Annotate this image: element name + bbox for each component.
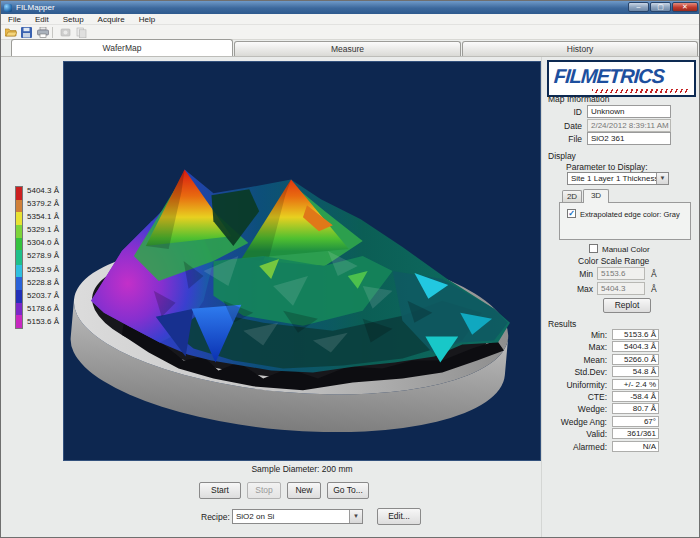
colorbar-swatch: [15, 186, 23, 329]
result-label: Min:: [539, 330, 607, 340]
new-button[interactable]: New: [287, 482, 321, 499]
manual-color-label: Manual Color: [602, 245, 650, 254]
open-icon[interactable]: [4, 26, 17, 38]
menu-bar: File Edit Setup Acquire Help: [1, 14, 700, 25]
parameter-value: Site 1 Layer 1 Thickness: [571, 174, 658, 183]
title-bar: FILMapper – ▢ ✕: [1, 1, 700, 14]
result-label: Wedge:: [539, 404, 607, 414]
close-button[interactable]: ✕: [672, 2, 698, 12]
result-label: Std.Dev:: [539, 367, 607, 377]
result-value: 5266.0 Å: [612, 354, 659, 365]
edge-color-label: Extrapolated edge color: Gray: [580, 210, 680, 219]
colorbar-tick: 5178.6 Å: [27, 302, 63, 315]
id-field[interactable]: Unknown: [587, 105, 671, 118]
maximize-button[interactable]: ▢: [650, 2, 671, 12]
result-value: N/A: [612, 441, 659, 452]
manual-color-checkbox[interactable]: [589, 244, 598, 253]
colorbar-tick: 5379.2 Å: [27, 197, 63, 210]
result-label: Uniformity:: [539, 380, 607, 390]
result-value: 80.7 Å: [612, 403, 659, 414]
save-icon[interactable]: [20, 26, 33, 38]
result-label: CTE:: [539, 392, 607, 402]
date-label: Date: [547, 121, 582, 131]
tab-wafermap[interactable]: WaferMap: [11, 39, 233, 56]
chevron-down-icon[interactable]: ▼: [656, 173, 668, 184]
result-value: 5404.3 Å: [612, 341, 659, 352]
menu-file[interactable]: File: [1, 14, 28, 25]
file-label: File: [547, 134, 582, 144]
minimize-button[interactable]: –: [628, 2, 649, 12]
goto-button[interactable]: Go To...: [327, 482, 369, 499]
stop-button[interactable]: Stop: [247, 482, 281, 499]
colorbar-labels: 5404.3 Å 5379.2 Å 5354.1 Å 5329.1 Å 5304…: [27, 184, 63, 328]
results-title: Results: [548, 319, 576, 329]
result-value: 67°: [612, 416, 659, 427]
colorbar-tick: 5404.3 Å: [27, 184, 63, 197]
window-title: FILMapper: [16, 3, 55, 12]
app-icon: [4, 4, 12, 12]
colorbar-tick: 5253.9 Å: [27, 263, 63, 276]
result-value: +/- 2.4 %: [612, 379, 659, 390]
panel-divider: [541, 57, 542, 538]
start-button[interactable]: Start: [199, 482, 241, 499]
menu-edit[interactable]: Edit: [28, 14, 56, 25]
recipe-value: SiO2 on Si: [236, 512, 274, 521]
main-tab-strip: WaferMap Measure History: [1, 40, 700, 57]
colorbar-tick: 5228.8 Å: [27, 276, 63, 289]
result-label: Wedge Ang:: [539, 417, 607, 427]
copy-icon[interactable]: [75, 26, 88, 38]
result-value: -58.4 Å: [612, 391, 659, 402]
min-field[interactable]: 5153.6: [597, 267, 645, 280]
print-icon[interactable]: [36, 26, 49, 38]
date-field[interactable]: 2/24/2012 8:39:11 AM: [587, 119, 671, 132]
max-label: Max: [561, 284, 593, 294]
toolbar-separator: [52, 27, 53, 38]
colorbar-tick: 5329.1 Å: [27, 223, 63, 236]
checkmark-icon: ✓: [568, 209, 575, 218]
tab-history[interactable]: History: [462, 41, 698, 56]
result-label: Mean:: [539, 355, 607, 365]
result-value: 361/361: [612, 428, 659, 439]
result-label: Alarmed:: [539, 442, 607, 452]
max-unit: Å: [651, 284, 657, 294]
max-field[interactable]: 5404.3: [597, 282, 645, 295]
stage-icon[interactable]: [59, 26, 72, 38]
result-label: Max:: [539, 342, 607, 352]
min-unit: Å: [651, 269, 657, 279]
result-label: Valid:: [539, 429, 607, 439]
id-label: ID: [547, 107, 582, 117]
menu-acquire[interactable]: Acquire: [91, 14, 132, 25]
wafer-surface-render: [64, 62, 540, 460]
colorbar-tick: 5304.0 Å: [27, 236, 63, 249]
colorbar-tick: 5354.1 Å: [27, 210, 63, 223]
parameter-select[interactable]: Site 1 Layer 1 Thickness ▼: [567, 172, 669, 185]
view-tab-3d[interactable]: 3D: [583, 189, 609, 203]
color-scale-title: Color Scale Range: [578, 256, 649, 266]
edit-button[interactable]: Edit...: [377, 508, 421, 525]
min-label: Min: [561, 269, 593, 279]
recipe-label: Recipe:: [201, 512, 230, 522]
menu-setup[interactable]: Setup: [56, 14, 91, 25]
edge-color-checkbox[interactable]: ✓: [567, 209, 576, 218]
logo-text: FILMETRICS: [553, 65, 695, 88]
logo-hatch-accent: [592, 89, 688, 93]
colorbar-tick: 5153.6 Å: [27, 315, 63, 328]
filmetrics-logo: FILMETRICS: [547, 60, 696, 97]
wafer-3d-plot[interactable]: [63, 61, 541, 461]
sample-diameter-caption: Sample Diameter: 200 mm: [63, 464, 541, 474]
parameter-label: Parameter to Display:: [566, 162, 648, 172]
recipe-select[interactable]: SiO2 on Si ▼: [232, 509, 363, 524]
tab-measure[interactable]: Measure: [234, 41, 461, 56]
chevron-down-icon[interactable]: ▼: [349, 510, 362, 523]
colorbar-tick: 5203.7 Å: [27, 289, 63, 302]
toolbar: [1, 25, 700, 40]
display-title: Display: [548, 151, 576, 161]
result-value: 5153.6 Å: [612, 329, 659, 340]
map-information-title: Map Information: [548, 94, 609, 104]
colorbar-tick: 5278.9 Å: [27, 249, 63, 262]
replot-button[interactable]: Replot: [603, 298, 651, 313]
file-field[interactable]: SiO2 361: [587, 132, 671, 145]
menu-help[interactable]: Help: [132, 14, 162, 25]
filmapper-window: { "window": { "title": "FILMapper", "min…: [0, 0, 700, 538]
view-3d-panel: ✓ Extrapolated edge color: Gray: [559, 202, 691, 240]
